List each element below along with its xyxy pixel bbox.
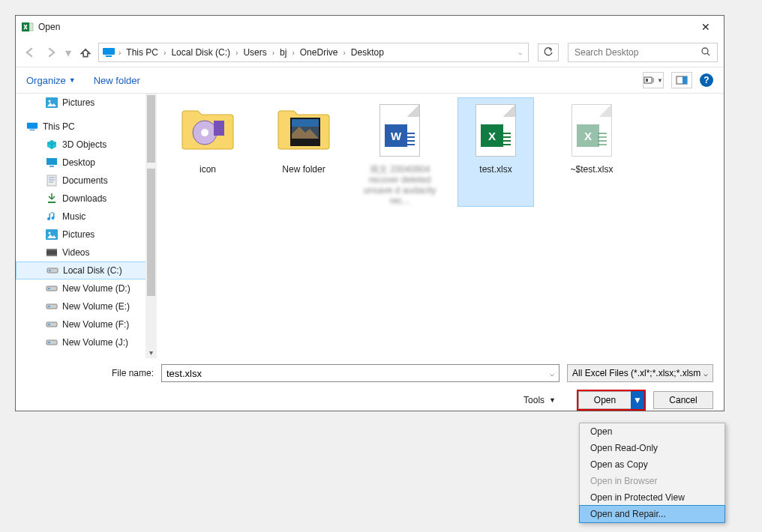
file-item[interactable]: icon (170, 98, 245, 206)
open-button[interactable]: Open (578, 391, 631, 409)
open-dropdown-button[interactable]: ▼ (631, 391, 644, 409)
file-item[interactable]: W填文 20040904 recover deleted unsave d au… (362, 98, 437, 206)
sidebar-item[interactable]: New Volume (F:) (16, 315, 157, 333)
sidebar-item-label: New Volume (F:) (62, 319, 129, 330)
nav-row: ▾ › This PC › Local Disk (C:) › Users › … (16, 38, 724, 67)
breadcrumb-item[interactable]: Local Disk (C:) (169, 47, 232, 58)
sidebar-item[interactable]: Music (16, 208, 157, 226)
sidebar-item[interactable]: New Volume (J:) (16, 333, 157, 351)
sidebar-item[interactable]: New Volume (E:) (16, 297, 157, 315)
svg-rect-20 (46, 249, 57, 250)
sidebar: PicturesThis PC3D ObjectsDesktopDocument… (16, 94, 157, 358)
tools-menu[interactable]: Tools▼ (524, 395, 556, 405)
sidebar-item-label: This PC (43, 121, 75, 132)
file-label: 填文 20040904 recover deleted unsave d aud… (362, 164, 437, 206)
nav-forward-button[interactable] (43, 44, 59, 61)
breadcrumb-item[interactable]: bj (278, 47, 289, 58)
pictures-icon (46, 97, 58, 109)
view-mode-button[interactable]: ▼ (643, 72, 664, 88)
breadcrumb-item[interactable]: Desktop (349, 47, 386, 58)
sidebar-item[interactable]: This PC (16, 118, 157, 136)
sidebar-item-label: 3D Objects (62, 139, 106, 150)
excel-app-icon (22, 21, 34, 33)
sidebar-item[interactable]: Downloads (16, 190, 157, 208)
chevron-down-icon[interactable]: ⌵ (550, 369, 554, 378)
sidebar-item[interactable]: Documents (16, 172, 157, 190)
breadcrumb-item[interactable]: This PC (124, 47, 160, 58)
drive-icon (46, 300, 58, 312)
thispc-icon (26, 121, 38, 133)
excel-temp-icon: X (562, 100, 622, 161)
excel-icon: X (466, 100, 526, 161)
search-icon (700, 46, 712, 58)
sidebar-item-label: New Volume (E:) (62, 301, 130, 312)
nav-up-button[interactable] (77, 44, 94, 61)
sidebar-item-label: Music (62, 211, 86, 222)
preview-pane-button[interactable] (671, 72, 692, 88)
svg-rect-34 (214, 121, 224, 136)
sidebar-item-label: Downloads (62, 193, 106, 204)
sidebar-item-label: Pictures (62, 97, 94, 108)
open-dropdown-menu: OpenOpen Read-OnlyOpen as CopyOpen in Br… (579, 423, 725, 523)
breadcrumb-bar[interactable]: › This PC › Local Disk (C:) › Users › bj… (98, 43, 529, 62)
svg-rect-27 (48, 306, 50, 307)
sidebar-item[interactable]: New Volume (D:) (16, 279, 157, 297)
sidebar-item-label: Pictures (62, 229, 94, 240)
sidebar-item[interactable]: Pictures (16, 226, 157, 244)
sidebar-item[interactable]: Videos (16, 244, 157, 262)
svg-point-18 (49, 232, 51, 235)
file-item[interactable]: Xtest.xlsx (458, 98, 533, 206)
sidebar-item[interactable]: Desktop (16, 154, 157, 172)
file-item[interactable]: New folder (266, 98, 341, 206)
menu-item[interactable]: Open and Repair... (580, 506, 724, 522)
nav-back-button[interactable] (22, 44, 38, 61)
sidebar-item-label: New Volume (J:) (62, 337, 128, 348)
title-bar: Open ✕ (16, 16, 724, 38)
sidebar-item[interactable]: 3D Objects (16, 136, 157, 154)
sidebar-item[interactable]: Local Disk (C:) (16, 262, 157, 279)
breadcrumb-item[interactable]: Users (241, 47, 268, 58)
filename-input[interactable]: test.xlsx ⌵ (161, 364, 560, 382)
folder-purple-icon (178, 100, 238, 161)
svg-rect-8 (682, 76, 687, 84)
file-view[interactable]: iconNew folderW填文 20040904 recover delet… (157, 94, 724, 358)
organize-menu[interactable]: Organize▼ (26, 75, 76, 86)
svg-rect-16 (48, 202, 56, 203)
svg-point-4 (702, 48, 708, 54)
sidebar-item[interactable]: Pictures (16, 94, 157, 112)
menu-item[interactable]: Open as Copy (580, 456, 724, 473)
cancel-button[interactable]: Cancel (653, 391, 713, 409)
breadcrumb-item[interactable]: OneDrive (298, 47, 340, 58)
svg-rect-25 (48, 288, 50, 289)
dialog-footer: File name: test.xlsx ⌵ All Excel Files (… (16, 358, 724, 411)
drive-icon (46, 265, 58, 276)
chevron-right-icon: › (234, 49, 239, 57)
folder-photo-icon (274, 100, 334, 161)
search-box[interactable] (568, 43, 718, 62)
help-button[interactable]: ? (700, 73, 713, 87)
svg-rect-21 (46, 255, 57, 256)
sidebar-scrollbar[interactable]: ▾ (146, 94, 157, 358)
svg-rect-2 (103, 48, 115, 55)
close-button[interactable]: ✕ (691, 16, 721, 37)
file-label: New folder (282, 164, 325, 185)
chevron-right-icon: › (290, 49, 296, 57)
file-type-filter[interactable]: All Excel Files (*.xl*;*.xlsx;*.xlsm ⌵ (567, 364, 713, 382)
search-input[interactable] (573, 46, 700, 58)
refresh-button[interactable] (538, 43, 559, 61)
svg-rect-14 (50, 166, 54, 167)
chevron-down-icon[interactable]: ⌵ (517, 49, 524, 56)
chevron-right-icon: › (271, 49, 276, 57)
menu-item[interactable]: Open in Protected View (580, 489, 724, 506)
file-item[interactable]: X~$test.xlsx (554, 98, 629, 206)
new-folder-button[interactable]: New folder (94, 75, 140, 86)
filename-label: File name: (26, 368, 154, 378)
menu-item[interactable]: Open Read-Only (580, 440, 724, 456)
menu-item[interactable]: Open (580, 423, 724, 440)
nav-recent-dropdown[interactable]: ▾ (64, 44, 73, 61)
videos-icon (46, 247, 58, 259)
svg-rect-15 (47, 175, 56, 186)
svg-rect-13 (46, 158, 57, 165)
sidebar-item-label: Local Disk (C:) (63, 265, 122, 276)
drive-icon (46, 336, 58, 348)
